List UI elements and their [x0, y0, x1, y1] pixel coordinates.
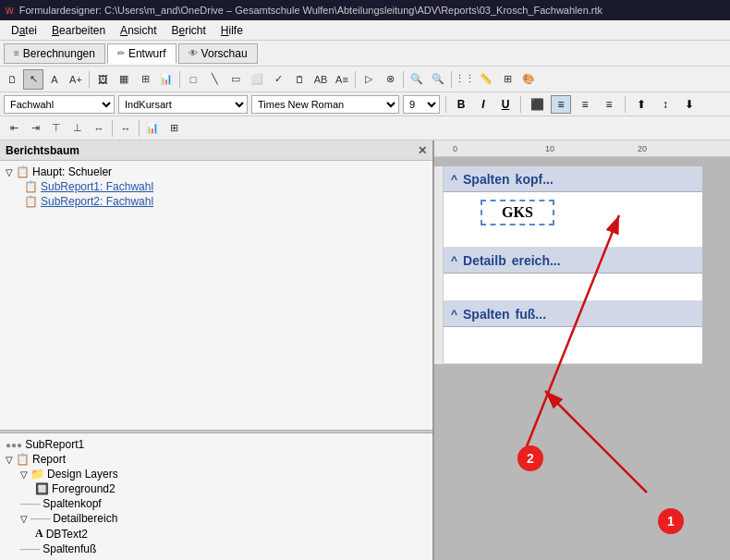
shape-btn[interactable]: ▷ [359, 69, 379, 90]
select-btn[interactable]: ↖ [23, 69, 43, 90]
berichtsbaum-header: Berichtsbaum ✕ [0, 140, 432, 161]
tree-design-layers[interactable]: ▽ 📁 Design Layers [6, 467, 427, 481]
align-center-button[interactable]: ≡ [551, 95, 571, 114]
rect-btn[interactable]: □ [183, 69, 203, 90]
menu-bearbeiten[interactable]: Bearbeiten [44, 22, 113, 39]
db-label: Detailbereich [53, 512, 117, 525]
rtf-btn[interactable]: 🗒 [289, 69, 310, 90]
field-dropdown[interactable]: Fachwahl [4, 95, 115, 114]
align-right-button[interactable]: ≡ [575, 95, 595, 114]
tree-detailbereich[interactable]: ▽ ─── Detailbereich [6, 511, 427, 526]
dl-label: Design Layers [47, 468, 118, 481]
section-spaltenkopf-content[interactable]: GKS [444, 192, 702, 248]
tab-vorschau[interactable]: 👁 Vorschau [178, 43, 258, 64]
image-btn[interactable]: 🖼 [92, 69, 113, 90]
page-content: 0 ^ Spaltenkopf... GKS ^ Detailbereich..… [444, 166, 702, 364]
section-spalten1-dots: kopf... [516, 172, 554, 187]
calc-icon: ≡ [14, 48, 19, 58]
annotation-2-area: 2 [517, 445, 543, 471]
section-spaltenfuss-bar: ^ Spaltenfuß... [444, 301, 702, 327]
frame-btn[interactable]: ⬜ [247, 69, 267, 90]
tab-entwurf-label: Entwurf [128, 47, 166, 60]
menu-datei[interactable]: Datei [4, 22, 44, 39]
tree-spaltenkopf[interactable]: ─── Spaltenkopf [6, 496, 427, 511]
tab-berechnungen[interactable]: ≡ Berechnungen [4, 43, 105, 64]
font-dropdown[interactable]: Times New Roman [251, 95, 399, 114]
bold-button[interactable]: B [452, 95, 470, 114]
field2-btn[interactable]: A≡ [332, 69, 352, 90]
tree-foreground2[interactable]: 🔲 Foreground2 [6, 481, 427, 496]
line-btn[interactable]: ╲ [204, 69, 225, 90]
sk-bullet: ─── [20, 499, 40, 509]
menu-bericht[interactable]: Bericht [164, 22, 213, 39]
haupt-toggle[interactable]: ▽ [6, 167, 13, 177]
italic-button[interactable]: I [474, 95, 493, 114]
db-bullet: ─── [30, 514, 50, 524]
ab-btn[interactable]: AB [310, 69, 331, 90]
format-sep3 [625, 96, 626, 113]
table2-btn[interactable]: ⊞ [497, 69, 517, 90]
ruler-btn[interactable]: 📏 [476, 69, 496, 90]
sub2-label: SubReport2: Fachwahl [41, 195, 153, 208]
dl-toggle[interactable]: ▽ [20, 469, 28, 480]
check-btn[interactable]: ✓ [268, 69, 288, 90]
size-dropdown[interactable]: 9 [403, 95, 440, 114]
layout-sep2 [139, 120, 140, 137]
db-toggle[interactable]: ▽ [20, 514, 28, 524]
tree-spaltenfuss[interactable]: ─── Spaltenfuß [6, 542, 427, 556]
indent-right-btn[interactable]: ⇥ [25, 118, 45, 139]
align-left-button[interactable]: ⬛ [527, 95, 547, 114]
section-detail-bar: ^ Detailbereich... [444, 248, 702, 274]
zoom-in-btn[interactable]: 🔍 [407, 69, 427, 90]
tab-entwurf[interactable]: ✏ Entwurf [107, 43, 176, 64]
align-bot-btn[interactable]: ⊥ [67, 118, 88, 139]
resize-btn[interactable]: ↔ [116, 118, 136, 139]
align-justify-button[interactable]: ≡ [599, 95, 619, 114]
color-btn[interactable]: 🎨 [518, 69, 539, 90]
tree-haupt[interactable]: ▽ 📋 Haupt: Schueler [6, 164, 427, 179]
section-detail-content[interactable] [444, 274, 702, 301]
align-top-btn[interactable]: ⊤ [46, 118, 67, 139]
layout-toolbar: ⇤ ⇥ ⊤ ⊥ ↔ ↔ 📊 ⊞ [0, 116, 730, 140]
main-toolbar: 🗋 ↖ A A+ 🖼 ▦ ⊞ 📊 □ ╲ ▭ ⬜ ✓ 🗒 AB A≡ ▷ ⊗ 🔍… [0, 67, 730, 92]
ruler: 0 10 20 [434, 140, 730, 157]
format-sep2 [520, 96, 521, 113]
tree-sub1[interactable]: 📋 SubReport1: Fachwahl [6, 179, 427, 194]
valign-mid-button[interactable]: ↕ [655, 95, 675, 114]
barcode-btn[interactable]: ▦ [114, 69, 134, 90]
menu-hilfe[interactable]: Hilfe [213, 22, 250, 39]
ruler-mark-10: 10 [545, 144, 554, 153]
report-toggle[interactable]: ▽ [6, 455, 13, 465]
table-layout-btn[interactable]: ⊞ [164, 118, 184, 139]
tree-subreport1-title[interactable]: ●●● SubReport1 [6, 437, 427, 452]
field-btn[interactable]: A+ [66, 69, 86, 90]
underline-button[interactable]: U [496, 95, 515, 114]
section-spaltenfuss-content[interactable] [444, 327, 702, 364]
berichtsbaum-close[interactable]: ✕ [418, 144, 427, 157]
db-btn[interactable]: ⊗ [380, 69, 400, 90]
tree-sub2[interactable]: 📋 SubReport2: Fachwahl [6, 194, 427, 209]
sub2-icon: 📋 [24, 195, 38, 208]
distribute-h-btn[interactable]: ↔ [89, 118, 109, 139]
textbox-btn[interactable]: ▭ [225, 69, 246, 90]
sf-bullet: ─── [20, 544, 40, 554]
left-panel: Berichtsbaum ✕ ▽ 📋 Haupt: Schueler 📋 Sub… [0, 140, 434, 560]
new-btn[interactable]: 🗋 [2, 69, 22, 90]
tree-dbtext2[interactable]: A DBText2 [6, 526, 427, 542]
chart-btn[interactable]: 📊 [156, 69, 176, 90]
valign-top-button[interactable]: ⬆ [631, 95, 651, 114]
valign-bot-button[interactable]: ⬇ [679, 95, 700, 114]
grid-btn[interactable]: ⋮⋮ [455, 69, 475, 90]
style-dropdown[interactable]: IndKursart [118, 95, 248, 114]
layout-sep1 [112, 120, 113, 137]
canvas-area[interactable]: 0 ^ Spaltenkopf... GKS ^ Detailbereich..… [434, 157, 730, 560]
section-spaltenkopf-bar: ^ Spaltenkopf... [444, 166, 702, 192]
bar-chart-btn[interactable]: 📊 [142, 118, 163, 139]
table-btn[interactable]: ⊞ [135, 69, 155, 90]
indent-left-btn[interactable]: ⇤ [4, 118, 24, 139]
gks-cell[interactable]: GKS [481, 200, 554, 225]
tree-report[interactable]: ▽ 📋 Report [6, 452, 427, 467]
text-btn[interactable]: A [44, 69, 65, 90]
menu-ansicht[interactable]: Ansicht [113, 22, 164, 39]
zoom-out-btn[interactable]: 🔍 [428, 69, 448, 90]
